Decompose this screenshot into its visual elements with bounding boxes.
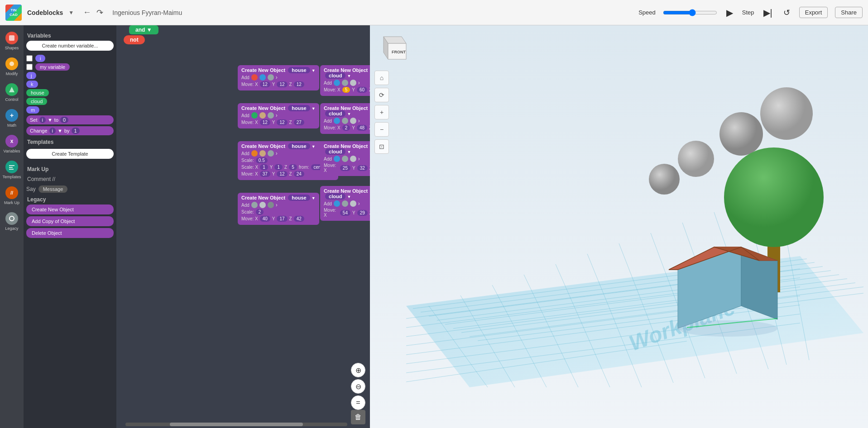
- zoom-in-button[interactable]: ⊕: [351, 363, 365, 377]
- play-button[interactable]: ▶: [724, 5, 735, 20]
- var-badge-myvariable[interactable]: my variable: [35, 63, 70, 71]
- zoom-out-button[interactable]: ⊖: [351, 379, 365, 394]
- set-to-label: to: [54, 117, 58, 123]
- legacy-create-button[interactable]: Create New Object: [26, 204, 114, 214]
- block-create-cloud-4[interactable]: Create New Object cloud ▼ Add › Move: X …: [320, 186, 370, 221]
- set-label: Set: [30, 117, 38, 123]
- speed-slider[interactable]: [663, 9, 717, 16]
- block-create-house-4[interactable]: Create New Object house ▼ Add › Scale: 2…: [238, 193, 319, 225]
- say-label: Say: [26, 186, 36, 192]
- block-panel: Variables Create number variable... i my…: [24, 25, 116, 428]
- var-row-cloud: cloud: [26, 98, 114, 105]
- export-button[interactable]: Export: [799, 7, 828, 18]
- block-create-cloud-2[interactable]: Create New Object cloud ▼ Add › Move: X …: [320, 103, 370, 134]
- block-create-house-1[interactable]: Create New Object house ▼ Add › Move: X …: [238, 65, 319, 90]
- house-shadow: [678, 320, 777, 337]
- templates-section-title: Templates: [26, 139, 114, 145]
- block-create-house-2[interactable]: Create New Object house ▼ Add › Move: X …: [238, 103, 319, 128]
- sidebar-item-control[interactable]: Control: [1, 81, 23, 105]
- set-val: 0: [60, 117, 68, 123]
- sidebar-item-templates[interactable]: Templates: [1, 158, 23, 182]
- svg-rect-5: [9, 169, 14, 170]
- code-canvas[interactable]: and ▼ not Create New Object house ▼ Add …: [116, 25, 370, 428]
- sphere-medium-center: [719, 112, 763, 156]
- var-badge-j[interactable]: j: [26, 72, 36, 79]
- legacy-section-title: Legacy: [26, 196, 114, 203]
- not-block[interactable]: not: [124, 35, 145, 44]
- create-template-button[interactable]: Create Template: [26, 149, 114, 159]
- view-cube[interactable]: FRONT: [374, 30, 411, 68]
- svg-point-1: [10, 62, 14, 66]
- svg-marker-2: [9, 87, 14, 92]
- scene-svg: Workplane: [370, 25, 868, 428]
- control-icon: [5, 83, 18, 96]
- svg-rect-0: [9, 35, 14, 41]
- vp-orbit-button[interactable]: ⟳: [374, 88, 389, 102]
- viewport: FRONT ⌂ ⟳ + − ⊡: [370, 25, 868, 428]
- and-block[interactable]: and ▼: [129, 25, 158, 34]
- legacy-addcopy-button[interactable]: Add Copy of Object: [26, 216, 114, 226]
- sidebar-item-math[interactable]: + Math: [1, 106, 23, 130]
- dropdown-arrow[interactable]: ▼: [68, 10, 74, 16]
- var-row-i: i: [26, 55, 114, 62]
- sidebar-item-markup[interactable]: // Mark Up: [1, 184, 23, 208]
- set-block[interactable]: Set i ▼ to 0: [26, 115, 114, 124]
- change-val: 1: [72, 128, 80, 134]
- sphere-large-right: [760, 87, 813, 140]
- var-checkbox-myvariable[interactable]: [26, 64, 33, 70]
- nav-back[interactable]: ←: [83, 8, 91, 17]
- vp-home-button[interactable]: ⌂: [374, 71, 389, 85]
- vp-zoom-out-button[interactable]: −: [374, 122, 389, 137]
- sidebar-item-legacy[interactable]: Legacy: [1, 209, 23, 233]
- sphere-small-left: [678, 141, 714, 177]
- nav-fwd[interactable]: ↷: [96, 8, 103, 18]
- logo[interactable]: TINCAD: [5, 5, 22, 21]
- legacy-icon: [5, 212, 18, 225]
- var-badge-house[interactable]: house: [26, 89, 49, 96]
- var-row-k: k: [26, 81, 114, 88]
- legacy-delete-button[interactable]: Delete Object: [26, 228, 114, 238]
- say-row: Say Message: [26, 185, 114, 193]
- var-checkbox-i[interactable]: [26, 55, 33, 62]
- variables-icon: x: [5, 135, 18, 147]
- modify-icon: [5, 57, 18, 70]
- share-button[interactable]: Share: [835, 7, 863, 18]
- trash-button[interactable]: 🗑: [351, 410, 365, 424]
- create-number-variable-button[interactable]: Create number variable...: [26, 41, 114, 51]
- change-label: Change: [30, 128, 48, 133]
- reset-button[interactable]: ↺: [782, 6, 792, 19]
- canvas-scrollbar-thumb[interactable]: [170, 423, 303, 426]
- vp-zoom-in-button[interactable]: +: [374, 105, 389, 119]
- change-var: i: [49, 128, 56, 134]
- comment-item[interactable]: Comment //: [26, 174, 114, 184]
- speed-label: Speed: [638, 9, 656, 16]
- set-var: i: [39, 117, 46, 123]
- block-create-cloud-3[interactable]: Create New Object cloud ▼ Add › Move: X …: [320, 141, 370, 176]
- sphere-smallest: [649, 164, 680, 195]
- sidebar-item-modify[interactable]: Modify: [1, 55, 23, 79]
- svg-rect-3: [9, 165, 14, 166]
- zoom-reset-button[interactable]: =: [351, 395, 365, 410]
- change-block[interactable]: Change i ▼ by 1: [26, 126, 114, 135]
- app-name: Codeblocks: [27, 9, 63, 16]
- var-row-house: house: [26, 89, 114, 96]
- sidebar-item-shapes[interactable]: Shapes: [1, 29, 23, 53]
- var-badge-cloud[interactable]: cloud: [26, 98, 47, 105]
- block-create-cloud-1[interactable]: Create New Object cloud ▼ Add › Move: X …: [320, 65, 370, 96]
- vp-fit-button[interactable]: ⊡: [374, 139, 389, 154]
- step-button[interactable]: ▶|: [762, 5, 774, 20]
- vp-nav-controls: ⌂ ⟳ + − ⊡: [374, 71, 389, 154]
- var-badge-i[interactable]: i: [35, 55, 45, 62]
- sidebar-item-variables[interactable]: x Variables: [1, 132, 23, 156]
- zoom-controls: ⊕ ⊖ =: [351, 363, 365, 410]
- var-badge-m[interactable]: m: [26, 106, 39, 114]
- legacy-label: Legacy: [5, 226, 18, 231]
- var-badge-k[interactable]: k: [26, 81, 38, 88]
- control-label: Control: [5, 97, 18, 102]
- tree-foliage: [724, 147, 824, 247]
- canvas-scrollbar[interactable]: [125, 423, 347, 426]
- templates-icon: [5, 161, 18, 173]
- say-message[interactable]: Message: [38, 185, 68, 193]
- icon-sidebar: Shapes Modify Control + Math x Variables: [0, 25, 24, 428]
- math-icon: +: [5, 109, 18, 122]
